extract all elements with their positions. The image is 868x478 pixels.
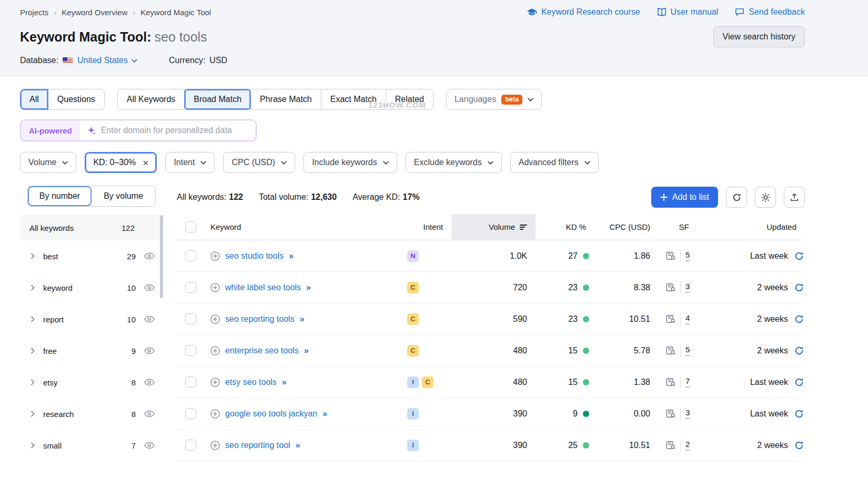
keyword-link[interactable]: seo studio tools: [225, 251, 284, 261]
refresh-button[interactable]: [726, 187, 747, 208]
sf-count[interactable]: 2: [685, 440, 690, 451]
expand-keyword-icon[interactable]: »: [296, 441, 300, 450]
add-keyword-icon[interactable]: [210, 251, 220, 261]
kd-filter-active[interactable]: KD: 0–30% ×: [85, 152, 157, 173]
row-checkbox[interactable]: [185, 440, 196, 451]
row-checkbox[interactable]: [185, 250, 196, 261]
serp-preview-icon[interactable]: [666, 346, 675, 355]
eye-icon[interactable]: [144, 379, 155, 386]
column-header-kd[interactable]: KD %: [536, 214, 594, 240]
group-item-etsy[interactable]: etsy 8: [20, 367, 163, 398]
sf-count[interactable]: 7: [685, 377, 690, 388]
keyword-research-course-link[interactable]: Keyword Research course: [527, 7, 640, 17]
row-checkbox[interactable]: [185, 282, 196, 293]
keyword-link[interactable]: enterprise seo tools: [225, 346, 299, 355]
tab-all-keywords[interactable]: All Keywords: [117, 89, 185, 110]
include-keywords-dropdown[interactable]: Include keywords: [304, 152, 397, 173]
eye-icon[interactable]: [144, 252, 155, 260]
group-item-best[interactable]: best 29: [20, 240, 163, 272]
exclude-keywords-dropdown[interactable]: Exclude keywords: [406, 152, 502, 173]
serp-preview-icon[interactable]: [666, 314, 675, 323]
column-header-intent[interactable]: Intent: [404, 214, 451, 240]
eye-icon[interactable]: [144, 442, 155, 449]
sf-count[interactable]: 3: [685, 282, 690, 293]
group-item-research[interactable]: research 8: [20, 398, 163, 430]
all-keywords-group-header[interactable]: All keywords 122: [20, 215, 163, 240]
group-item-report[interactable]: report 10: [20, 303, 163, 335]
clear-kd-filter-icon[interactable]: ×: [143, 158, 148, 168]
keyword-link[interactable]: seo reporting tool: [225, 441, 290, 450]
expand-keyword-icon[interactable]: »: [322, 409, 327, 419]
expand-keyword-icon[interactable]: »: [306, 283, 310, 292]
refresh-row-icon[interactable]: [794, 441, 804, 450]
settings-button[interactable]: [755, 187, 776, 208]
expand-keyword-icon[interactable]: »: [304, 346, 308, 355]
serp-preview-icon[interactable]: [666, 378, 675, 387]
serp-preview-icon[interactable]: [666, 409, 675, 418]
user-manual-link[interactable]: User manual: [657, 7, 719, 17]
row-checkbox[interactable]: [185, 377, 196, 388]
domain-input[interactable]: [96, 126, 248, 135]
breadcrumb-projects[interactable]: Projects: [20, 8, 48, 17]
refresh-row-icon[interactable]: [794, 314, 804, 324]
group-item-keyword[interactable]: keyword 10: [20, 272, 163, 303]
sf-count[interactable]: 4: [685, 313, 690, 324]
column-header-updated[interactable]: Updated: [709, 214, 805, 240]
keyword-link[interactable]: etsy seo tools: [225, 378, 277, 387]
volume-filter-dropdown[interactable]: Volume: [20, 152, 76, 173]
sidebar-scrollbar[interactable]: [160, 215, 163, 298]
refresh-row-icon[interactable]: [794, 346, 804, 355]
tab-exact-match[interactable]: Exact Match: [321, 89, 386, 110]
tab-all[interactable]: All: [20, 89, 48, 110]
breadcrumb-keyword-overview[interactable]: Keyword Overview: [62, 8, 127, 17]
export-button[interactable]: [784, 187, 805, 208]
add-keyword-icon[interactable]: [210, 441, 220, 450]
add-keyword-icon[interactable]: [210, 346, 220, 355]
expand-keyword-icon[interactable]: »: [282, 378, 286, 387]
column-header-sf[interactable]: SF: [659, 214, 709, 240]
refresh-row-icon[interactable]: [794, 251, 804, 261]
add-keyword-icon[interactable]: [210, 283, 220, 292]
cpc-filter-dropdown[interactable]: CPC (USD): [223, 152, 295, 173]
keyword-link[interactable]: google seo tools jackyan: [225, 409, 317, 419]
eye-icon[interactable]: [144, 284, 155, 291]
add-keyword-icon[interactable]: [210, 378, 220, 387]
serp-preview-icon[interactable]: [666, 251, 675, 260]
select-all-checkbox[interactable]: [185, 221, 196, 232]
row-checkbox[interactable]: [185, 313, 196, 324]
refresh-row-icon[interactable]: [794, 378, 804, 387]
eye-icon[interactable]: [144, 347, 155, 354]
sf-count[interactable]: 5: [685, 345, 690, 356]
group-item-free[interactable]: free 9: [20, 335, 163, 367]
languages-dropdown[interactable]: Languages beta: [446, 89, 542, 110]
eye-icon[interactable]: [144, 316, 155, 323]
serp-preview-icon[interactable]: [666, 283, 675, 292]
add-to-list-button[interactable]: Add to list: [651, 187, 718, 208]
column-header-keyword[interactable]: Keyword: [204, 214, 404, 240]
group-item-small[interactable]: small 7: [20, 430, 163, 461]
keyword-link[interactable]: seo reporting tools: [225, 314, 295, 324]
intent-filter-dropdown[interactable]: Intent: [165, 152, 215, 173]
advanced-filters-dropdown[interactable]: Advanced filters: [510, 152, 599, 173]
add-keyword-icon[interactable]: [210, 314, 220, 324]
serp-preview-icon[interactable]: [666, 441, 675, 450]
by-number-toggle[interactable]: By number: [28, 186, 92, 206]
expand-keyword-icon[interactable]: »: [300, 314, 304, 324]
refresh-row-icon[interactable]: [794, 409, 804, 419]
keyword-link[interactable]: white label seo tools: [225, 283, 301, 292]
database-selector[interactable]: Database: United States: [20, 56, 137, 65]
column-header-volume[interactable]: Volume: [451, 214, 536, 240]
database-value-link[interactable]: United States: [77, 56, 137, 65]
row-checkbox[interactable]: [185, 345, 196, 356]
eye-icon[interactable]: [144, 410, 155, 418]
column-header-cpc[interactable]: CPC (USD): [594, 214, 659, 240]
sf-count[interactable]: 5: [685, 250, 690, 261]
add-keyword-icon[interactable]: [210, 409, 220, 419]
expand-keyword-icon[interactable]: »: [289, 251, 293, 261]
send-feedback-link[interactable]: Send feedback: [735, 7, 805, 17]
by-volume-toggle[interactable]: By volume: [92, 186, 155, 206]
view-search-history-button[interactable]: View search history: [713, 26, 805, 47]
refresh-row-icon[interactable]: [794, 283, 804, 292]
tab-phrase-match[interactable]: Phrase Match: [250, 89, 321, 110]
tab-questions[interactable]: Questions: [48, 89, 105, 110]
